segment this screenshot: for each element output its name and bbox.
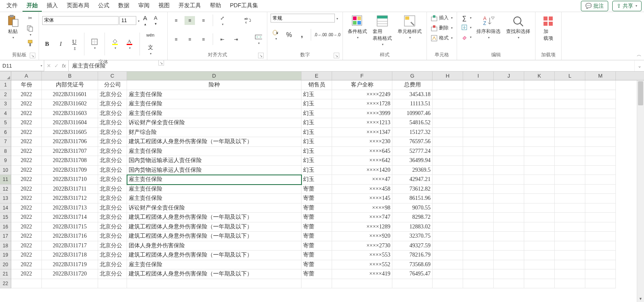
cut-button[interactable]: ✂ [25, 14, 35, 23]
bold-button[interactable]: B [42, 40, 52, 48]
indent-icon: ⇥ [232, 36, 240, 43]
merge-button[interactable] [253, 33, 264, 46]
comment-button[interactable]: 💬批注 [581, 1, 608, 11]
outdent-icon: ⇤ [219, 36, 226, 43]
align-bottom-icon: ≡ [200, 17, 207, 24]
align-middle-button[interactable]: ≡ [185, 16, 195, 25]
align-top-button[interactable]: ≡ [171, 16, 181, 25]
menu-PDF工具集[interactable]: PDF工具集 [226, 0, 262, 12]
delete-cells-button[interactable]: 删除 [430, 24, 453, 32]
increase-indent-button[interactable]: ⇥ [231, 35, 241, 44]
align-launcher[interactable]: ↘ [258, 53, 264, 58]
group-cells: 插入 删除 格式 单元格 [427, 12, 457, 60]
border-icon [91, 38, 98, 45]
sort-filter-button[interactable]: AZ排序和筛选 [475, 14, 502, 40]
font-launcher[interactable]: ↘ [158, 60, 164, 66]
paste-icon [6, 14, 19, 27]
align-center-button[interactable]: ≡ [185, 35, 195, 44]
format-painter-button[interactable] [25, 39, 35, 48]
comma-button[interactable]: , [297, 30, 307, 40]
addin-button[interactable]: 加 载项 [539, 14, 558, 43]
svg-rect-19 [353, 16, 357, 20]
table-format-button[interactable]: 套用 表格格式 [371, 14, 394, 47]
number-format-select[interactable] [271, 14, 335, 23]
svg-rect-20 [357, 16, 361, 20]
group-number: ¥ % , .0→.00 .00→.0 数字↘ [267, 12, 343, 60]
menu-页面布局[interactable]: 页面布局 [63, 0, 93, 12]
border-button[interactable] [89, 37, 100, 51]
svg-text:¥: ¥ [276, 31, 279, 35]
menu-帮助[interactable]: 帮助 [206, 0, 225, 12]
ribbon: 粘贴 ✂ 剪贴板↘ A▴ A▾ B I U [0, 12, 644, 60]
align-left-button[interactable]: ≡ [171, 35, 181, 44]
font-size-select[interactable] [119, 16, 136, 25]
format-cells-button[interactable]: 格式 [430, 34, 453, 42]
copy-button[interactable] [25, 24, 35, 37]
font-color-button[interactable]: A [124, 37, 135, 51]
currency-icon: ¥ [272, 29, 279, 36]
autosum-button[interactable]: ∑ [460, 14, 472, 22]
align-middle-icon: ≡ [186, 17, 193, 24]
underline-button[interactable]: U [70, 38, 79, 51]
decrease-indent-button[interactable]: ⇤ [217, 35, 228, 44]
dec-dec-icon: .00→.0 [330, 31, 338, 39]
clear-button[interactable] [460, 33, 472, 41]
currency-button[interactable]: ¥ [271, 28, 281, 41]
orientation-icon: ⤢ [219, 14, 226, 22]
decrease-decimal-button[interactable]: .00→.0 [329, 31, 339, 39]
align-right-icon: ≡ [200, 36, 207, 43]
pinyin-button[interactable]: wén文 [145, 32, 156, 56]
merge-icon [255, 33, 262, 41]
menu-数据[interactable]: 数据 [114, 0, 133, 12]
font-color-icon: A [126, 38, 133, 45]
percent-button[interactable]: % [284, 31, 294, 39]
fill-color-button[interactable] [110, 37, 120, 51]
svg-rect-1 [10, 15, 14, 17]
menu-开始[interactable]: 开始 [23, 0, 42, 12]
fill-down-icon [461, 24, 468, 31]
svg-rect-40 [549, 16, 553, 21]
number-launcher[interactable]: ↘ [334, 53, 339, 58]
svg-rect-32 [433, 25, 435, 28]
svg-rect-24 [377, 16, 388, 18]
font-name-select[interactable] [42, 16, 119, 25]
clipboard-launcher[interactable]: ↘ [30, 53, 35, 58]
align-right-button[interactable]: ≡ [198, 35, 209, 44]
svg-rect-42 [549, 22, 553, 26]
svg-rect-12 [127, 44, 132, 45]
insert-cells-button[interactable]: 插入 [430, 14, 453, 22]
delete-cell-icon [431, 25, 437, 31]
menu-视图[interactable]: 视图 [154, 0, 174, 12]
svg-rect-28 [405, 16, 409, 20]
fill-button[interactable] [460, 23, 472, 31]
align-left-icon: ≡ [172, 36, 180, 43]
name-box[interactable]: D11 [0, 60, 44, 71]
font-size-drop[interactable] [137, 18, 139, 23]
align-bottom-button[interactable]: ≡ [198, 16, 209, 25]
share-button[interactable]: ⇪共享 [612, 1, 642, 11]
collapse-ribbon-button[interactable]: ︿ [637, 51, 642, 58]
decrease-font-button[interactable]: A▾ [151, 14, 160, 27]
orientation-button[interactable]: ⤢ [217, 14, 228, 27]
increase-decimal-button[interactable]: .0→.00 [315, 31, 326, 39]
menu-bar: 文件开始插入页面布局公式数据审阅视图开发工具帮助PDF工具集 💬批注 ⇪共享 [0, 0, 644, 12]
svg-rect-41 [544, 22, 548, 26]
table-format-icon [376, 14, 389, 27]
expand-formula-button[interactable]: ⌄ [634, 60, 644, 71]
menu-开发工具[interactable]: 开发工具 [174, 0, 205, 12]
cell-styles-button[interactable]: 单元格样式 [396, 14, 423, 40]
menu-审阅[interactable]: 审阅 [134, 0, 154, 12]
increase-font-button[interactable]: A▴ [140, 14, 150, 27]
menu-公式[interactable]: 公式 [94, 0, 113, 12]
find-icon [512, 14, 525, 27]
find-select-button[interactable]: 查找和选择 [505, 14, 532, 40]
menu-插入[interactable]: 插入 [43, 0, 62, 12]
menu-文件[interactable]: 文件 [2, 0, 22, 12]
conditional-format-button[interactable]: 条件格式 [346, 14, 369, 40]
italic-button[interactable]: I [56, 40, 66, 48]
cell-styles-icon [403, 14, 416, 27]
svg-rect-5 [28, 40, 32, 43]
wrap-text-button[interactable]: abc [242, 16, 252, 25]
paste-button[interactable]: 粘贴 [3, 14, 23, 40]
svg-text:ab: ab [244, 17, 248, 21]
